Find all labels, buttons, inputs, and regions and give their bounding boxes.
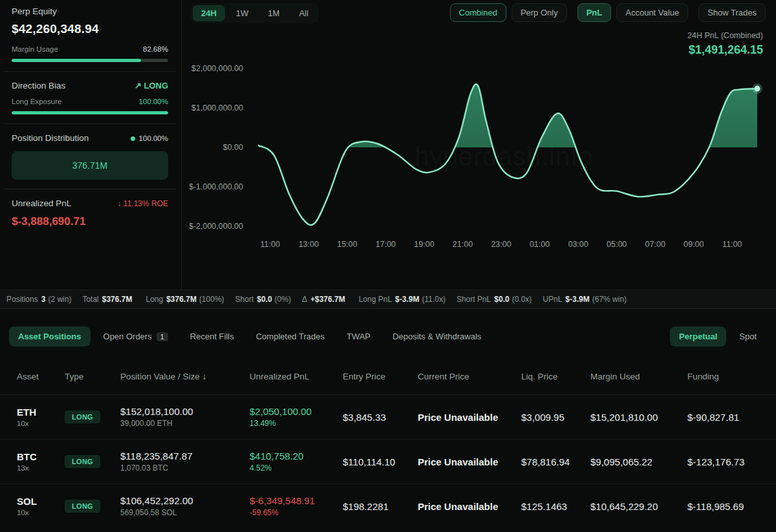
tab-24h[interactable]: 24H bbox=[193, 5, 225, 21]
svg-text:$-1,000,000.00: $-1,000,000.00 bbox=[189, 182, 243, 191]
green-dot-icon bbox=[131, 136, 135, 141]
divider bbox=[4, 71, 176, 72]
account-value-button[interactable]: Account Value bbox=[616, 3, 688, 22]
tab-twap[interactable]: TWAP bbox=[338, 326, 380, 346]
perp-only-button[interactable]: Perp Only bbox=[512, 3, 567, 22]
svg-text:05:00: 05:00 bbox=[607, 240, 627, 249]
margin-usage-value: 82.68% bbox=[143, 45, 168, 53]
asset-cell: BTC13x bbox=[17, 451, 65, 472]
tab-completed-trades[interactable]: Completed Trades bbox=[247, 326, 334, 346]
margin-usage-bar bbox=[12, 59, 168, 62]
margin-usage-fill bbox=[12, 59, 141, 62]
header-margin-used[interactable]: Margin Used bbox=[590, 372, 687, 381]
tab-open-orders[interactable]: Open Orders1 bbox=[94, 326, 177, 346]
divider bbox=[4, 189, 176, 189]
long-badge: LONG bbox=[65, 410, 100, 423]
header-liq-price[interactable]: Liq. Price bbox=[521, 372, 590, 381]
combined-button[interactable]: Combined bbox=[450, 3, 506, 22]
svg-text:23:00: 23:00 bbox=[491, 240, 511, 249]
funding-cell: $-90,827.81 bbox=[687, 412, 776, 423]
position-value-cell: $118,235,847.871,070.03 BTC bbox=[120, 451, 250, 473]
divider bbox=[4, 123, 176, 124]
unrealized-pnl-cell: $-6,349,548.91-59.65% bbox=[250, 495, 343, 517]
position-value-cell: $106,452,292.00569,050.58 SOL bbox=[120, 495, 250, 517]
open-orders-count-badge: 1 bbox=[156, 332, 168, 341]
time-range-tabs: 24H 1W 1M All bbox=[191, 3, 319, 23]
table-row-btc[interactable]: BTC13x LONG $118,235,847.871,070.03 BTC … bbox=[0, 439, 776, 484]
header-funding[interactable]: Funding bbox=[687, 372, 776, 381]
position-distribution-bar: 376.71M bbox=[12, 151, 168, 180]
liq-price-cell: $3,009.95 bbox=[521, 412, 590, 423]
svg-text:11:00: 11:00 bbox=[261, 240, 280, 249]
header-type[interactable]: Type bbox=[65, 372, 120, 381]
stat-positions: Positions3(2 win) bbox=[6, 295, 71, 304]
svg-text:$1,000,000.00: $1,000,000.00 bbox=[191, 103, 243, 112]
table-row-eth[interactable]: ETH10x LONG $152,018,100.0039,000.00 ETH… bbox=[0, 394, 776, 439]
svg-text:03:00: 03:00 bbox=[568, 240, 588, 249]
stat-short: Short$0.0(0%) bbox=[235, 295, 291, 304]
perp-equity-label: Perp Equity bbox=[12, 6, 168, 16]
header-asset[interactable]: Asset bbox=[17, 372, 65, 381]
tab-asset-positions[interactable]: Asset Positions bbox=[9, 326, 91, 346]
tab-spot[interactable]: Spot bbox=[730, 326, 766, 346]
stat-delta: Δ+$376.7M bbox=[302, 295, 348, 304]
stat-long-pnl: Long PnL$-3.9M(11.0x) bbox=[359, 295, 446, 304]
current-price-cell: Price Unavailable bbox=[418, 501, 521, 512]
current-price-cell: Price Unavailable bbox=[418, 412, 521, 423]
position-value-cell: $152,018,100.0039,000.00 ETH bbox=[120, 406, 250, 428]
pnl-summary: 24H PnL (Combined) $1,491,264.15 bbox=[687, 31, 763, 57]
arrow-down-icon: ↓ bbox=[118, 199, 122, 208]
stat-short-pnl: Short PnL$0.0(0.0x) bbox=[457, 295, 532, 304]
positions-section: Asset Positions Open Orders1 Recent Fill… bbox=[0, 326, 776, 528]
svg-text:11:00: 11:00 bbox=[722, 240, 742, 249]
svg-text:17:00: 17:00 bbox=[376, 240, 396, 249]
tab-deposits-withdrawals[interactable]: Deposits & Withdrawals bbox=[383, 326, 490, 346]
direction-bias-label: Direction Bias bbox=[12, 81, 65, 90]
positions-table: Asset Type Position Value / Size↓ Unreal… bbox=[0, 358, 776, 528]
tab-1w[interactable]: 1W bbox=[228, 5, 257, 21]
long-badge: LONG bbox=[65, 500, 100, 513]
current-price-cell: Price Unavailable bbox=[418, 456, 521, 467]
tab-1m[interactable]: 1M bbox=[259, 5, 288, 21]
svg-text:19:00: 19:00 bbox=[414, 240, 434, 249]
entry-price-cell: $198.2281 bbox=[343, 501, 418, 512]
asset-cell: ETH10x bbox=[17, 407, 65, 427]
long-badge: LONG bbox=[65, 455, 100, 468]
show-trades-button[interactable]: Show Trades bbox=[698, 3, 766, 22]
tab-all[interactable]: All bbox=[290, 5, 316, 21]
funding-cell: $-118,985.69 bbox=[687, 501, 776, 512]
unrealized-pnl-cell: $410,758.204.52% bbox=[250, 451, 343, 473]
sort-desc-icon: ↓ bbox=[202, 372, 207, 381]
margin-used-cell: $9,095,065.22 bbox=[590, 456, 687, 467]
table-row-sol[interactable]: SOL10x LONG $106,452,292.00569,050.58 SO… bbox=[0, 484, 776, 528]
type-cell: LONG bbox=[65, 410, 120, 423]
header-position-value[interactable]: Position Value / Size↓ bbox=[120, 372, 250, 381]
header-unrealized-pnl[interactable]: Unrealized PnL bbox=[250, 372, 343, 381]
roe-value: ↓ 11.13% ROE bbox=[118, 199, 169, 208]
positions-summary-bar: Positions3(2 win) Total$376.7M Long$376.… bbox=[0, 290, 776, 309]
margin-usage-label: Margin Usage bbox=[12, 45, 58, 53]
header-current-price[interactable]: Current Price bbox=[418, 372, 521, 381]
pnl-button[interactable]: PnL bbox=[577, 3, 612, 22]
stat-upnl: UPnL$-3.9M(67% win) bbox=[543, 295, 627, 304]
long-exposure-fill bbox=[12, 111, 168, 114]
liq-price-cell: $78,816.94 bbox=[521, 456, 590, 467]
trend-up-icon: ↗ bbox=[135, 81, 142, 90]
positions-table-header: Asset Type Position Value / Size↓ Unreal… bbox=[0, 358, 776, 394]
long-exposure-bar bbox=[12, 111, 168, 114]
margin-used-cell: $15,201,810.00 bbox=[590, 412, 687, 423]
svg-text:15:00: 15:00 bbox=[337, 240, 357, 249]
svg-text:$0.00: $0.00 bbox=[223, 143, 243, 152]
pnl-chart-panel: 24H 1W 1M All Combined Perp Only PnL Acc… bbox=[182, 0, 776, 290]
unrealized-pnl-cell: $2,050,100.0013.49% bbox=[250, 406, 343, 428]
header-entry-price[interactable]: Entry Price bbox=[343, 372, 418, 381]
entry-price-cell: $3,845.33 bbox=[343, 412, 418, 423]
tab-recent-fills[interactable]: Recent Fills bbox=[181, 326, 243, 346]
type-cell: LONG bbox=[65, 500, 120, 513]
svg-text:$2,000,000.00: $2,000,000.00 bbox=[191, 64, 243, 73]
stat-total: Total$376.7M bbox=[82, 295, 135, 304]
svg-text:21:00: 21:00 bbox=[453, 240, 473, 249]
pnl-chart-canvas[interactable]: hyperdash.info$2,000,000.00$1,000,000.00… bbox=[189, 54, 770, 259]
entry-price-cell: $110,114.10 bbox=[343, 456, 418, 467]
tab-perpetual[interactable]: Perpetual bbox=[670, 326, 726, 346]
